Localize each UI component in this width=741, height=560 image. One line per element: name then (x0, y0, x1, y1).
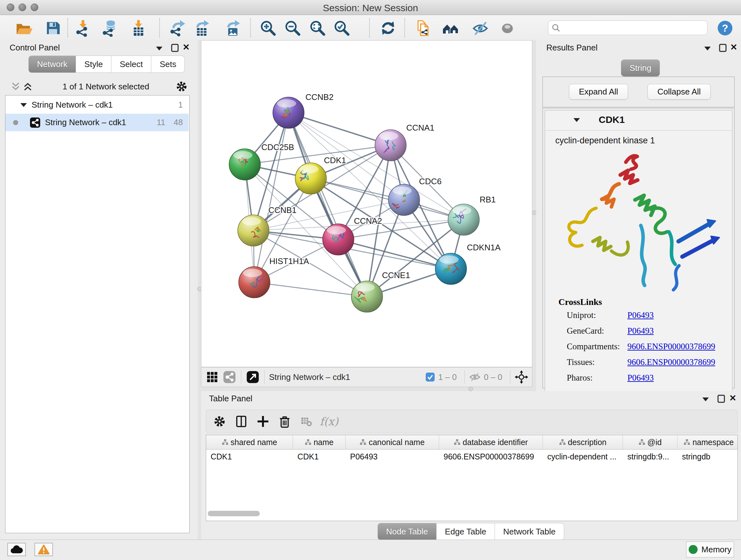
show-columns-button[interactable] (233, 413, 250, 430)
hide-selected-button[interactable] (471, 19, 489, 37)
column-header-description[interactable]: description (543, 435, 623, 449)
selected-checkbox-icon[interactable] (425, 372, 435, 382)
column-header-namespace[interactable]: namespace (677, 435, 738, 449)
cell-shared-name[interactable]: CDK1 (206, 449, 293, 464)
crosslink-tissues[interactable]: 9606.ENSP00000378699 (627, 357, 715, 367)
network-row-selected[interactable]: String Network – cdk1 11 48 (5, 114, 189, 131)
import-table-file-button[interactable] (129, 19, 147, 37)
string-network-toggle-button[interactable] (222, 370, 237, 384)
delete-column-button[interactable] (276, 413, 293, 430)
crosslink-compartments[interactable]: 9606.ENSP00000378699 (627, 341, 715, 352)
close-panel-icon[interactable]: ✕ (183, 42, 190, 52)
search-input[interactable] (560, 23, 699, 33)
toolbar-search (548, 20, 708, 35)
open-view-in-window-button[interactable] (246, 370, 260, 384)
tree-expand-icon[interactable] (20, 103, 27, 108)
float-panel-icon[interactable] (719, 44, 727, 52)
crosslink-uniprot[interactable]: P06493 (627, 310, 654, 320)
cell-canonical-name[interactable]: P06493 (346, 449, 439, 464)
cloud-status-button[interactable] (7, 543, 26, 556)
network-node-CDK1[interactable]: CDK1 (295, 155, 346, 194)
expand-all-button[interactable]: Expand All (569, 84, 628, 100)
zoom-out-button[interactable] (284, 19, 301, 37)
network-node-CCNB1[interactable]: CCNB1 (238, 205, 296, 246)
vertical-splitter-right[interactable] (532, 40, 536, 391)
float-panel-icon[interactable] (717, 394, 725, 403)
network-node-CCNE1[interactable]: CCNE1 (351, 270, 410, 312)
panel-menu-icon[interactable] (156, 46, 163, 51)
cell-id[interactable]: stringdb:9... (623, 449, 677, 464)
collapse-all-button[interactable]: Collapse All (648, 84, 711, 100)
entry-collapse-icon[interactable] (573, 118, 580, 123)
column-header-canonical-name[interactable]: canonical name (346, 435, 439, 449)
column-header-shared-name[interactable]: shared name (206, 435, 293, 449)
crosslink-pharos[interactable]: P06493 (627, 373, 654, 383)
export-image-button[interactable] (224, 19, 242, 37)
tab-network[interactable]: Network (28, 56, 76, 73)
column-header-name[interactable]: name (293, 435, 346, 449)
tab-network-table[interactable]: Network Table (495, 523, 564, 540)
tab-string[interactable]: String (621, 59, 660, 77)
reset-view-crosshair-icon[interactable] (515, 370, 528, 384)
network-node-CDC25B[interactable]: CDC25B (229, 142, 294, 180)
open-session-button[interactable] (15, 19, 32, 37)
network-canvas[interactable]: CCNB2CCNA1CDC25BCDK1CDC6RB1CCNB1CCNA2CDK… (201, 40, 532, 367)
tab-edge-table[interactable]: Edge Table (436, 523, 495, 540)
splitter-handle[interactable] (468, 387, 473, 391)
memory-status-button[interactable]: Memory (686, 542, 734, 557)
zoom-in-button[interactable] (259, 19, 277, 37)
import-network-database-button[interactable] (101, 19, 119, 37)
save-session-button[interactable] (44, 19, 62, 37)
export-network-button[interactable] (168, 19, 186, 37)
new-network-from-selection-button[interactable] (414, 19, 432, 37)
vertical-splitter-left[interactable] (198, 40, 201, 540)
create-column-button[interactable] (255, 413, 271, 430)
network-node-CDKN1A[interactable]: CDKN1A (435, 243, 501, 285)
panel-menu-icon[interactable] (702, 397, 709, 402)
zoom-selected-button[interactable] (333, 19, 351, 37)
tab-select[interactable]: Select (111, 56, 151, 73)
show-all-button[interactable] (498, 19, 516, 37)
cell-database-identifier[interactable]: 9606.ENSP00000378699 (439, 449, 543, 464)
cell-description[interactable]: cyclin-dependent ... (543, 449, 623, 464)
birds-eye-view-button[interactable] (205, 370, 219, 384)
network-node-HIST1H1A[interactable]: HIST1H1A (239, 256, 309, 298)
table-options-button[interactable] (211, 413, 228, 430)
import-network-file-button[interactable] (74, 19, 91, 37)
tab-style[interactable]: Style (76, 56, 111, 73)
table-row[interactable]: CDK1 CDK1 P06493 9606.ENSP00000378699 cy… (206, 449, 738, 464)
horizontal-splitter[interactable] (201, 387, 532, 391)
tab-sets[interactable]: Sets (151, 56, 185, 73)
splitter-handle[interactable] (532, 210, 536, 215)
float-panel-icon[interactable] (171, 44, 179, 52)
network-edge-CDC6-CCNB1[interactable] (253, 200, 404, 231)
network-edge-CCNB2-CCNA1[interactable] (288, 113, 391, 145)
network-options-gear-icon[interactable] (175, 80, 188, 93)
table-horizontal-scrollbar[interactable] (208, 511, 260, 516)
refresh-layout-button[interactable] (379, 19, 397, 37)
network-node-CCNB2[interactable]: CCNB2 (273, 92, 333, 128)
collapse-all-chevron-icon[interactable] (11, 82, 20, 91)
close-panel-icon[interactable]: ✕ (730, 42, 738, 52)
expand-all-chevron-icon[interactable] (23, 82, 32, 91)
tab-node-table[interactable]: Node Table (378, 523, 436, 540)
network-collection-row[interactable]: String Network – cdk1 1 (5, 96, 189, 114)
hidden-eye-icon[interactable] (469, 372, 481, 382)
column-header-id[interactable]: @id (623, 435, 677, 449)
warning-status-button[interactable] (35, 543, 53, 556)
result-entry-header[interactable]: CDK1 (545, 111, 732, 131)
zoom-fit-button[interactable] (309, 19, 327, 37)
network-node-CCNA1[interactable]: CCNA1 (375, 123, 434, 161)
network-node-RB1[interactable]: RB1 (448, 195, 496, 235)
help-button[interactable]: ? (716, 19, 734, 37)
cell-name[interactable]: CDK1 (293, 449, 346, 464)
first-neighbors-button[interactable] (442, 19, 460, 37)
export-table-button[interactable] (193, 19, 211, 37)
panel-menu-icon[interactable] (704, 46, 711, 51)
close-panel-icon[interactable]: ✕ (729, 393, 737, 403)
crosslink-genecard[interactable]: P06493 (627, 326, 654, 336)
network-edge-HIST1H1A-CCNE1[interactable] (254, 282, 367, 297)
network-edge-CCNB2-CCNE1[interactable] (288, 113, 367, 297)
column-header-database-identifier[interactable]: database identifier (439, 435, 543, 449)
cell-namespace[interactable]: stringdb (677, 449, 738, 464)
